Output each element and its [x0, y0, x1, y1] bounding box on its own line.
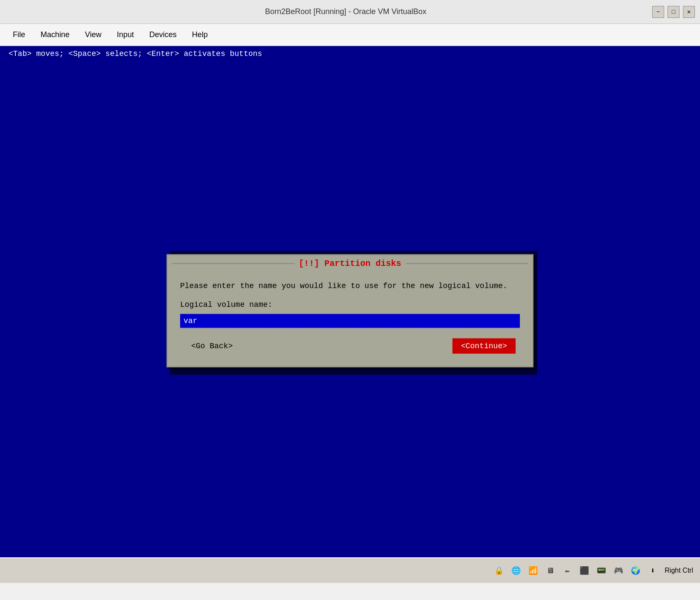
close-button[interactable]: ✕	[683, 6, 695, 18]
window-controls: − □ ✕	[652, 6, 695, 18]
menu-machine[interactable]: Machine	[35, 28, 76, 42]
menu-devices[interactable]: Devices	[143, 28, 183, 42]
taskbar-icon-10: ⬇	[646, 564, 659, 577]
minimize-button[interactable]: −	[652, 6, 664, 18]
taskbar-icon-8: 🎮	[612, 564, 625, 577]
taskbar-icon-2: 🌐	[509, 564, 523, 577]
menu-input[interactable]: Input	[111, 28, 140, 42]
menu-file[interactable]: File	[7, 28, 31, 42]
go-back-button[interactable]: <Go Back>	[184, 339, 239, 353]
window-title: Born2BeRoot [Running] - Oracle VM Virtua…	[39, 7, 652, 16]
dialog-field-label: Logical volume name:	[180, 300, 520, 309]
taskbar-icon-1: 🔒	[492, 564, 506, 577]
dialog-body: Please enter the name you would like to …	[167, 272, 533, 367]
continue-button[interactable]: <Continue>	[452, 338, 516, 354]
menu-help[interactable]: Help	[186, 28, 214, 42]
taskbar-icon-7: 📟	[595, 564, 608, 577]
taskbar-icon-4: 🖥	[543, 564, 557, 577]
taskbar: 🔒 🌐 📶 🖥 ✏️ ⬛ 📟 🎮 🌍 ⬇ Right Ctrl	[0, 557, 700, 583]
taskbar-icon-5: ✏️	[560, 564, 574, 577]
dialog-description: Please enter the name you would like to …	[180, 280, 520, 292]
dialog-buttons: <Go Back> <Continue>	[180, 338, 520, 354]
right-ctrl-label: Right Ctrl	[665, 567, 693, 574]
vm-screen: [!!] Partition disks Please enter the na…	[0, 46, 700, 557]
dialog-title: [!!] Partition disks	[299, 259, 401, 268]
menu-view[interactable]: View	[79, 28, 108, 42]
taskbar-icon-9: 🌍	[629, 564, 642, 577]
taskbar-icon-3: 📶	[526, 564, 540, 577]
taskbar-icon-6: ⬛	[578, 564, 591, 577]
status-text: <Tab> moves; <Space> selects; <Enter> ac…	[9, 50, 262, 58]
partition-disks-dialog: [!!] Partition disks Please enter the na…	[166, 254, 534, 367]
title-bar: Born2BeRoot [Running] - Oracle VM Virtua…	[0, 0, 700, 24]
menu-bar: File Machine View Input Devices Help	[0, 24, 700, 46]
maximize-button[interactable]: □	[668, 6, 680, 18]
dialog-title-bar: [!!] Partition disks	[167, 255, 533, 272]
status-bar: <Tab> moves; <Space> selects; <Enter> ac…	[0, 46, 700, 61]
logical-volume-name-input[interactable]	[180, 314, 520, 328]
